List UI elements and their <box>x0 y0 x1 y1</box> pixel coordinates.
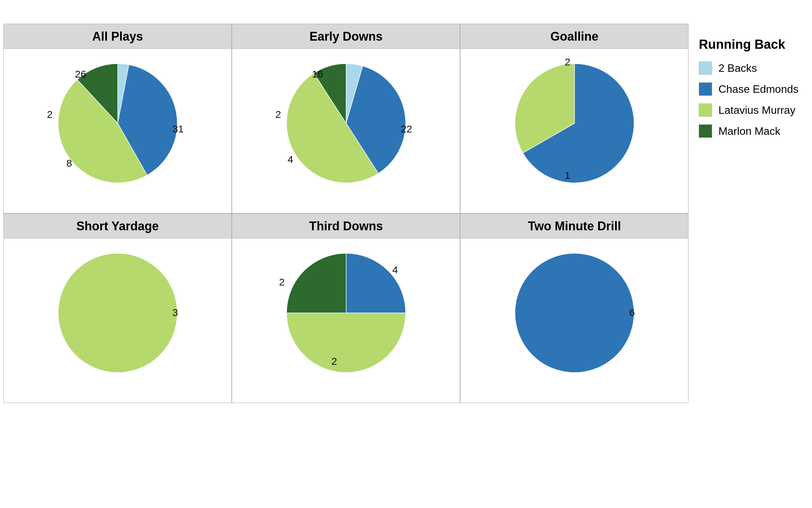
svg-point-0 <box>58 253 177 373</box>
pie-value-label: 6 <box>629 307 635 318</box>
legend-item: Marlon Mack <box>699 124 798 138</box>
chart-cell-goalline: Goalline21 <box>460 24 689 213</box>
charts-grid: All Plays226318Early Downs216224Goalline… <box>3 24 689 403</box>
chart-header: Early Downs <box>232 24 460 49</box>
chart-header: All Plays <box>4 24 231 49</box>
legend-label: Chase Edmonds <box>718 83 798 96</box>
chart-body: 21 <box>514 62 635 184</box>
chart-body: 216224 <box>285 62 407 184</box>
pie-value-label: 2 <box>332 356 337 367</box>
chart-cell-early-downs: Early Downs216224 <box>232 24 460 213</box>
legend-title: Running Back <box>699 37 798 52</box>
chart-body: 6 <box>514 252 635 374</box>
chart-body: 226318 <box>57 62 179 184</box>
legend-label: Latavius Murray <box>718 104 795 117</box>
legend-label: 2 Backs <box>718 62 757 75</box>
legend-item: Latavius Murray <box>699 103 798 117</box>
chart-header: Short Yardage <box>4 214 231 238</box>
chart-header: Third Downs <box>232 214 460 238</box>
pie-value-label: 2 <box>565 56 570 68</box>
pie-value-label: 22 <box>401 123 412 135</box>
chart-cell-two-minute-drill: Two Minute Drill6 <box>460 213 689 403</box>
pie-value-label: 26 <box>75 68 86 80</box>
chart-cell-short-yardage: Short Yardage3 <box>3 213 232 403</box>
chart-body: 3 <box>57 252 179 374</box>
pie-value-label: 3 <box>173 307 178 318</box>
legend: Running Back2 BacksChase EdmondsLatavius… <box>689 24 809 159</box>
legend-swatch <box>699 124 712 138</box>
legend-swatch <box>699 103 712 117</box>
legend-item: Chase Edmonds <box>699 82 798 96</box>
pie-value-label: 4 <box>392 264 398 276</box>
legend-swatch <box>699 61 712 75</box>
pie-value-label: 1 <box>565 170 570 181</box>
pie-value-label: 4 <box>288 154 293 165</box>
pie-value-label: 31 <box>173 123 184 135</box>
chart-cell-third-downs: Third Downs242 <box>232 213 460 403</box>
chart-header: Two Minute Drill <box>460 214 688 238</box>
pie-value-label: 2 <box>47 109 53 120</box>
pie-value-label: 8 <box>66 157 72 169</box>
svg-point-1 <box>515 253 634 373</box>
chart-header: Goalline <box>460 24 688 49</box>
pie-value-label: 16 <box>312 68 323 80</box>
main-content: All Plays226318Early Downs216224Goalline… <box>3 24 809 403</box>
chart-body: 242 <box>285 252 407 374</box>
legend-label: Marlon Mack <box>718 125 780 137</box>
legend-item: 2 Backs <box>699 61 798 75</box>
legend-swatch <box>699 82 712 96</box>
chart-cell-all-plays: All Plays226318 <box>3 24 232 213</box>
pie-value-label: 2 <box>275 109 281 120</box>
pie-value-label: 2 <box>279 276 285 288</box>
